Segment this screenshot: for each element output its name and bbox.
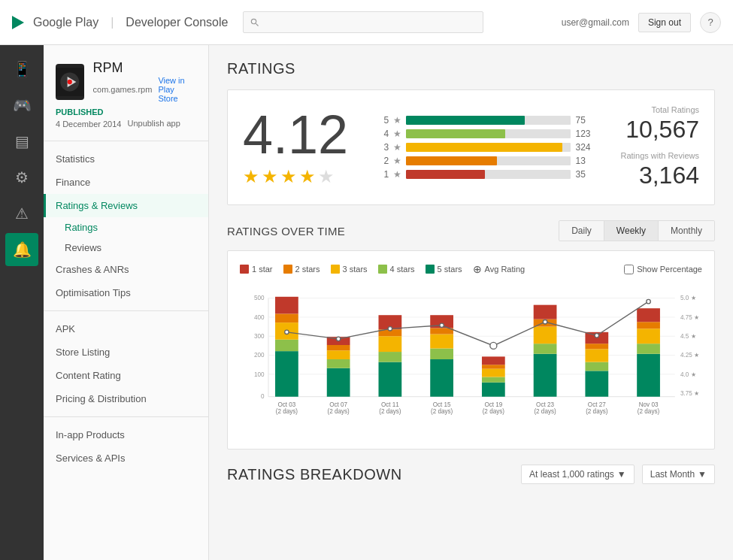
bar-row-4: 4 ★ 123	[371, 129, 598, 139]
breakdown-header: RATINGS BREAKDOWN At least 1,000 ratings…	[227, 465, 715, 484]
signout-button[interactable]: Sign out	[638, 13, 691, 32]
svg-rect-38	[379, 352, 402, 362]
sidebar-icons: 📱 🎮 ▤ ⚙ ⚠ 🔔	[0, 45, 44, 560]
svg-rect-76	[637, 308, 660, 322]
svg-rect-45	[430, 349, 453, 359]
bar-row-3: 3 ★ 324	[371, 142, 598, 153]
show-percentage-checkbox[interactable]	[624, 265, 634, 274]
svg-rect-67	[585, 349, 608, 362]
ratings-totals: Total Ratings 10,567 Ratings with Review…	[620, 105, 699, 189]
view-in-play-store-link[interactable]: View in Play Store	[158, 76, 196, 103]
svg-text:4.5 ★: 4.5 ★	[680, 333, 696, 340]
btn-weekly[interactable]: Weekly	[604, 221, 658, 241]
svg-text:Oct 07: Oct 07	[329, 401, 347, 408]
btn-daily[interactable]: Daily	[559, 221, 604, 241]
sidebar-item-pricing[interactable]: Pricing & Distribution	[44, 387, 208, 410]
search-input[interactable]	[243, 11, 483, 33]
svg-rect-65	[585, 371, 608, 396]
legend-2star: 2 stars	[283, 265, 320, 274]
sidebar-item-statistics[interactable]: Statistics	[44, 147, 208, 171]
console-text: Developer Console	[126, 16, 228, 29]
sidebar-item-services[interactable]: Services & APIs	[44, 446, 208, 470]
bar-5	[406, 116, 525, 125]
svg-point-3	[68, 79, 72, 83]
nav-divider-1	[44, 310, 208, 311]
ratings-box: 4.12 ★ ★ ★ ★ ★ 5 ★ 75 4 ★	[227, 89, 715, 205]
ratings-section-title: RATINGS	[227, 60, 715, 77]
bar-3	[406, 143, 562, 152]
app-icon	[56, 64, 84, 100]
svg-text:Nov 03: Nov 03	[639, 401, 659, 408]
bar-4	[406, 129, 505, 138]
svg-rect-30	[327, 368, 350, 397]
svg-text:(2 days): (2 days)	[483, 408, 505, 415]
topbar: Google Play | Developer Console user@gma…	[0, 0, 733, 45]
svg-text:(2 days): (2 days)	[276, 408, 298, 415]
btn-monthly[interactable]: Monthly	[658, 221, 714, 241]
app-status: PUBLISHED	[56, 107, 196, 117]
svg-text:Oct 27: Oct 27	[588, 401, 606, 408]
svg-text:4.0 ★: 4.0 ★	[680, 371, 696, 378]
sidebar-subitem-reviews[interactable]: Reviews	[44, 238, 208, 258]
svg-text:Oct 15: Oct 15	[433, 401, 451, 408]
bar-1	[406, 170, 485, 179]
svg-rect-51	[482, 383, 505, 397]
svg-rect-55	[482, 356, 505, 365]
alert-icon[interactable]: ⚠	[5, 197, 38, 230]
bar-chart-svg: 500 400 300 200 100 0 5.0 ★ 4.75 ★ 4.5 ★…	[240, 284, 702, 434]
legend-avg: ⊕ Avg Rating	[473, 263, 526, 275]
star-5: ★	[318, 166, 335, 187]
database-icon[interactable]: ▤	[5, 125, 38, 158]
help-button[interactable]: ?	[700, 12, 721, 33]
legend-4star: 4 stars	[378, 265, 415, 274]
layout: 📱 🎮 ▤ ⚙ ⚠ 🔔 RPM com.g	[0, 45, 733, 560]
svg-text:(2 days): (2 days)	[638, 408, 660, 415]
topbar-right: user@gmail.com Sign out ?	[562, 12, 721, 33]
svg-text:3.75 ★: 3.75 ★	[680, 390, 699, 397]
games-icon[interactable]: 🎮	[5, 89, 38, 122]
sidebar-item-apk[interactable]: APK	[44, 317, 208, 341]
svg-point-85	[595, 334, 598, 338]
svg-text:200: 200	[254, 352, 265, 359]
star-4: ★	[299, 166, 316, 187]
filter-dropdown[interactable]: At least 1,000 ratings ▼	[521, 465, 635, 484]
period-dropdown[interactable]: Last Month ▼	[642, 465, 715, 484]
svg-rect-27	[275, 297, 298, 314]
star-1: ★	[243, 166, 259, 187]
sidebar-item-content-rating[interactable]: Content Rating	[44, 364, 208, 387]
svg-text:Oct 23: Oct 23	[536, 401, 554, 408]
svg-text:(2 days): (2 days)	[586, 408, 608, 415]
sidebar-item-crashes[interactable]: Crashes & ANRs	[44, 258, 208, 281]
star-3: ★	[280, 166, 297, 187]
sidebar-item-store-listing[interactable]: Store Listing	[44, 341, 208, 364]
android-icon[interactable]: 📱	[5, 53, 38, 86]
rot-title: RATINGS OVER TIME	[227, 225, 559, 238]
svg-text:(2 days): (2 days)	[534, 408, 556, 415]
sidebar-item-optimisation[interactable]: Optimisation Tips	[44, 281, 208, 304]
svg-point-84	[543, 320, 547, 324]
notification-icon[interactable]: 🔔	[5, 233, 38, 266]
show-percentage: Show Percentage	[624, 265, 702, 274]
app-date: 4 December 2014	[56, 120, 121, 129]
sidebar-item-finance[interactable]: Finance	[44, 171, 208, 194]
stars-row: ★ ★ ★ ★ ★	[243, 166, 348, 187]
unpublish-link[interactable]: Unpublish app	[127, 119, 180, 128]
sidebar-item-inapp[interactable]: In-app Products	[44, 423, 208, 446]
rot-header: RATINGS OVER TIME Daily Weekly Monthly	[227, 220, 715, 241]
svg-text:100: 100	[254, 371, 265, 378]
svg-text:400: 400	[254, 314, 265, 321]
sidebar-subitem-ratings[interactable]: Ratings	[44, 217, 208, 238]
svg-text:(2 days): (2 days)	[327, 408, 350, 415]
svg-text:Oct 19: Oct 19	[484, 401, 502, 408]
svg-rect-73	[637, 344, 660, 354]
total-ratings-label: Total Ratings	[620, 105, 699, 114]
svg-text:4.25 ★: 4.25 ★	[680, 352, 699, 359]
search-container	[243, 11, 483, 33]
settings-icon[interactable]: ⚙	[5, 161, 38, 194]
app-name: RPM	[93, 60, 196, 76]
user-email: user@gmail.com	[562, 17, 629, 28]
svg-point-86	[647, 299, 650, 303]
svg-text:500: 500	[254, 295, 265, 301]
filter-label: At least 1,000 ratings	[529, 469, 614, 480]
sidebar-item-ratings-reviews[interactable]: Ratings & Reviews	[44, 194, 208, 217]
